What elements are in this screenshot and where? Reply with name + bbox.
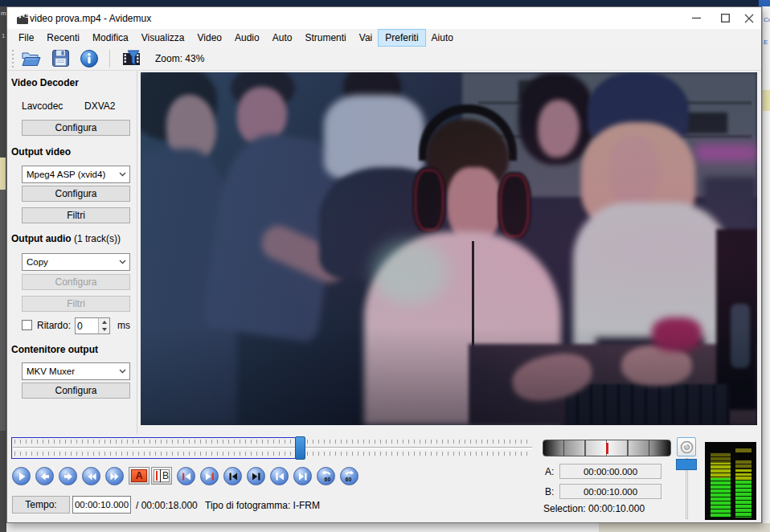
- open-file-button[interactable]: [19, 48, 43, 69]
- background-right-strip: Co E: [762, 6, 770, 524]
- close-icon: [744, 14, 754, 23]
- frame-type-value: I-FRM: [293, 500, 320, 511]
- title-bar[interactable]: video prova.mp4 - Avidemux: [7, 7, 761, 29]
- volume-slider-handle[interactable]: [676, 459, 697, 470]
- play-button[interactable]: [12, 467, 31, 485]
- meter-bar-left: [711, 452, 731, 518]
- menu-vai[interactable]: Vai: [353, 30, 379, 46]
- output-container-heading: Contenitore output: [11, 344, 98, 355]
- audio-level-meter: [705, 442, 756, 520]
- toolbar: Zoom: 43%: [7, 47, 761, 71]
- back-60s-button[interactable]: 60: [317, 467, 335, 485]
- video-decoder-heading: Video Decoder: [11, 77, 79, 88]
- menu-modifica[interactable]: Modifica: [86, 30, 135, 46]
- info-icon: [80, 49, 99, 68]
- set-marker-b-button[interactable]: B: [151, 467, 172, 485]
- menu-strumenti[interactable]: Strumenti: [298, 30, 352, 46]
- menu-aiuto[interactable]: Aiuto: [425, 30, 460, 46]
- maximize-button[interactable]: [712, 7, 738, 29]
- desktop: m 1 Co E video prova.mp4 - Avidemux File…: [0, 0, 770, 532]
- previous-keyframe-button[interactable]: [270, 467, 289, 485]
- video-codec-value: Mpeg4 ASP (xvid4): [27, 170, 105, 179]
- background-fragment: [0, 190, 6, 431]
- maximize-icon: [721, 14, 730, 23]
- fast-backward-button[interactable]: [82, 467, 100, 485]
- video-codec-select[interactable]: Mpeg4 ASP (xvid4): [22, 166, 130, 183]
- timeline-selection: [11, 437, 302, 459]
- sixty-label: 60: [324, 477, 330, 482]
- set-marker-a-button[interactable]: A: [129, 467, 149, 485]
- delay-input[interactable]: [77, 319, 98, 333]
- next-frame-button[interactable]: [59, 467, 77, 485]
- background-fragment: 1: [2, 32, 5, 39]
- minimize-button[interactable]: [683, 7, 709, 29]
- video-filters-list-button[interactable]: Filtri: [22, 207, 130, 223]
- mute-button[interactable]: [677, 437, 696, 456]
- goto-a-icon: [181, 471, 192, 482]
- photo-shape-light-overlay: [141, 72, 757, 425]
- menu-audio[interactable]: Audio: [228, 30, 266, 46]
- goto-marker-a-button[interactable]: [177, 467, 195, 485]
- double-chevron-right-icon: [109, 471, 121, 482]
- decoder-configure-button[interactable]: Configura: [22, 120, 130, 136]
- goto-marker-b-button[interactable]: [200, 467, 219, 485]
- audio-filters-button: Filtri: [22, 296, 130, 312]
- delay-spinbox[interactable]: [75, 317, 110, 334]
- menu-preferiti[interactable]: Preferiti: [379, 30, 424, 46]
- next-keyframe-button[interactable]: [293, 467, 312, 485]
- arrow-left-icon: [39, 471, 51, 482]
- decoder-label: Lavcodec: [22, 100, 63, 112]
- menu-auto[interactable]: Auto: [266, 30, 299, 46]
- delay-spin-buttons[interactable]: [98, 318, 109, 334]
- hw-accel-label: DXVA2: [84, 100, 115, 112]
- shuttle-wheel[interactable]: [543, 440, 671, 456]
- menu-file[interactable]: File: [12, 30, 40, 46]
- sidebar-splitter[interactable]: [137, 71, 137, 434]
- next-black-frame-button[interactable]: [247, 467, 265, 485]
- open-folder-icon: [21, 50, 42, 68]
- marker-b-time-field: 00:00:10.000: [559, 484, 661, 499]
- forward-60-icon: 60: [343, 470, 356, 482]
- spin-up-icon[interactable]: [99, 318, 109, 326]
- output-audio-heading-text: Output audio: [11, 233, 72, 244]
- toolbar-separator: [109, 50, 110, 68]
- previous-frame-button[interactable]: [35, 467, 54, 485]
- delay-checkbox[interactable]: [22, 320, 32, 330]
- menu-visualizza[interactable]: Visualizza: [135, 30, 191, 46]
- muxer-select[interactable]: MKV Muxer: [22, 362, 130, 380]
- save-file-button[interactable]: [48, 48, 72, 69]
- audio-codec-select[interactable]: Copy: [22, 253, 130, 271]
- current-time-input[interactable]: [72, 496, 131, 514]
- marker-a-time-field: 00:00:00.000: [559, 464, 661, 479]
- zoom-level-label: Zoom: 43%: [155, 53, 204, 64]
- black-prev-icon: [227, 471, 239, 482]
- audio-codec-value: Copy: [27, 257, 48, 267]
- video-filters-button[interactable]: [120, 48, 144, 69]
- info-button[interactable]: [77, 48, 101, 69]
- marker-b-field-label: B:: [545, 486, 554, 497]
- black-next-icon: [251, 471, 262, 482]
- background-fragment: Co: [764, 16, 770, 23]
- muxer-value: MKV Muxer: [27, 366, 75, 376]
- marker-a-label: A: [131, 469, 147, 482]
- close-button[interactable]: [736, 7, 762, 29]
- delay-label: Ritardo:: [37, 320, 71, 331]
- chevron-down-icon: [119, 369, 126, 374]
- chevron-down-icon: [119, 260, 126, 264]
- timeline-handle[interactable]: [295, 436, 305, 460]
- menu-recenti[interactable]: Recenti: [40, 30, 86, 46]
- meter-bar-right-cap: [735, 448, 752, 452]
- arrow-right-icon: [63, 471, 74, 482]
- fast-forward-button[interactable]: [105, 467, 124, 485]
- marker-a-field-label: A:: [545, 466, 554, 477]
- filter-icon: [121, 49, 142, 68]
- menu-video[interactable]: Video: [191, 30, 228, 46]
- video-configure-button[interactable]: Configura: [22, 186, 130, 202]
- time-mode-button[interactable]: Tempo:: [12, 496, 70, 514]
- forward-60s-button[interactable]: 60: [340, 467, 358, 485]
- previous-black-frame-button[interactable]: [223, 467, 242, 485]
- duration-label: / 00:00:18.000: [136, 500, 198, 511]
- muxer-configure-button[interactable]: Configura: [22, 383, 130, 399]
- toolbar-drag-handle[interactable]: [10, 50, 14, 68]
- spin-down-icon[interactable]: [99, 326, 109, 334]
